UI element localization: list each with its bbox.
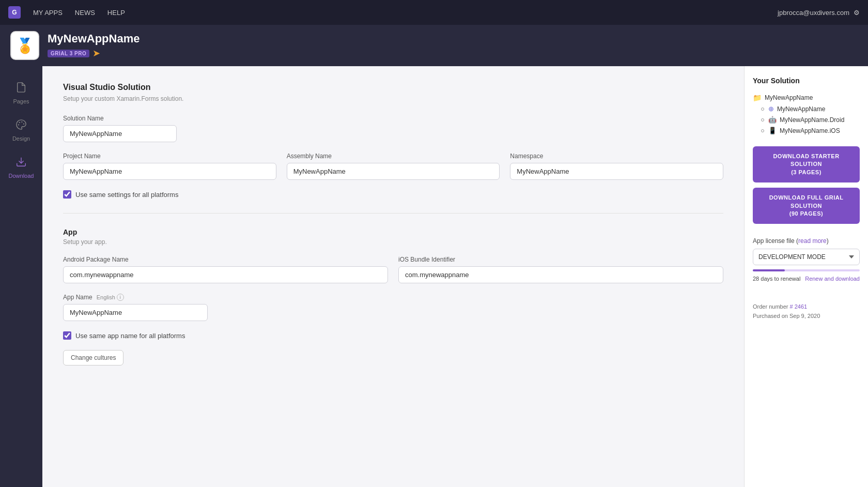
- download-starter-line1: DOWNLOAD STARTER SOLUTION: [773, 153, 839, 167]
- solution-panel-title: Your Solution: [753, 77, 860, 85]
- app-subtitle: GRIAL 3 PRO ➤: [48, 48, 100, 59]
- pages-icon: [16, 82, 27, 96]
- license-mode-select[interactable]: DEVELOPMENT MODE: [753, 249, 860, 265]
- divider-1: [63, 213, 723, 214]
- app-name-group: App Name English i: [63, 294, 208, 321]
- svg-point-2: [19, 122, 20, 123]
- nav-my-apps[interactable]: MY APPS: [33, 9, 63, 17]
- license-label-text: App license file: [753, 237, 795, 245]
- android-package-label: Android Package Name: [63, 256, 388, 263]
- app-section: App Setup your app. Android Package Name…: [63, 228, 723, 366]
- project-name-label: Project Name: [63, 153, 276, 160]
- tree-child-name-2: MyNewAppName.Droid: [780, 116, 844, 124]
- order-number-link[interactable]: # 2461: [790, 303, 808, 310]
- right-panel: Your Solution 📁 MyNewAppName ⊕ MyNewAppN…: [744, 66, 868, 487]
- tree-child-2: 🤖 MyNewAppName.Droid: [761, 114, 860, 125]
- svg-point-3: [19, 125, 19, 125]
- tree-child-name-3: MyNewAppName.iOS: [780, 127, 840, 134]
- solution-tree: 📁 MyNewAppName ⊕ MyNewAppName 🤖 MyNewApp…: [753, 92, 860, 136]
- nav-news[interactable]: NEWS: [75, 9, 95, 17]
- app-section-title: App: [63, 228, 723, 236]
- download-full-button[interactable]: DOWNLOAD FULL GRIAL SOLUTION (90 PAGES): [753, 188, 860, 224]
- namespace-input[interactable]: [510, 163, 723, 180]
- download-full-line1: DOWNLOAD FULL GRIAL SOLUTION: [769, 194, 844, 208]
- tree-child-1: ⊕ MyNewAppName: [761, 103, 860, 114]
- download-starter-button[interactable]: DOWNLOAD STARTER SOLUTION (3 PAGES): [753, 146, 860, 182]
- same-settings-label: Use same settings for all platforms: [75, 191, 178, 199]
- sidebar-item-design[interactable]: Design: [3, 114, 39, 147]
- solution-name-input[interactable]: [63, 125, 177, 142]
- ios-bundle-group: iOS Bundle Identifier: [398, 256, 723, 283]
- child-icon-3: 📱: [768, 127, 777, 134]
- license-progress: [753, 269, 860, 271]
- app-header: 🏅 MyNewAppName GRIAL 3 PRO ➤: [0, 25, 868, 66]
- tree-child-name-1: MyNewAppName: [777, 105, 825, 113]
- download-full-line2: (90 PAGES): [789, 210, 823, 217]
- tree-dot-3: [761, 129, 764, 132]
- same-app-name-label: Use same app name for all platforms: [75, 332, 185, 340]
- sidebar-design-label: Design: [12, 135, 30, 142]
- order-info: Order number # 2461 Purchased on Sep 9, …: [753, 302, 860, 321]
- child-icon-1: ⊕: [768, 105, 774, 113]
- design-icon: [16, 119, 27, 133]
- vs-section-title: Visual Studio Solution: [63, 83, 723, 92]
- solution-name-label: Solution Name: [63, 115, 723, 122]
- project-row: Project Name Assembly Name Namespace: [63, 153, 723, 180]
- license-read-more-link[interactable]: read more: [798, 237, 827, 245]
- app-title-block: MyNewAppName GRIAL 3 PRO ➤: [48, 32, 140, 59]
- tree-children: ⊕ MyNewAppName 🤖 MyNewAppName.Droid 📱 My…: [753, 103, 860, 136]
- info-icon[interactable]: i: [117, 294, 124, 301]
- same-settings-row: Use same settings for all platforms: [63, 190, 723, 199]
- license-label: App license file (read more): [753, 237, 860, 245]
- app-section-desc: Setup your app.: [63, 238, 723, 246]
- renew-download-link[interactable]: Renew and download: [805, 276, 860, 282]
- nav-links: MY APPS NEWS HELP: [33, 9, 125, 17]
- same-app-name-checkbox[interactable]: [63, 331, 71, 340]
- same-settings-checkbox[interactable]: [63, 190, 71, 199]
- child-icon-2: 🤖: [768, 116, 777, 124]
- tree-dot-1: [761, 108, 764, 111]
- download-starter-line2: (3 PAGES): [791, 169, 822, 175]
- sidebar-download-label: Download: [9, 173, 34, 179]
- nav-help[interactable]: HELP: [107, 9, 125, 17]
- assembly-name-group: Assembly Name: [287, 153, 500, 180]
- tree-root-name: MyNewAppName: [765, 94, 813, 101]
- tree-root: 📁 MyNewAppName: [753, 92, 860, 103]
- tree-dot-2: [761, 118, 764, 121]
- grial-badge: GRIAL 3 PRO: [48, 50, 89, 57]
- solution-name-group: Solution Name: [63, 115, 723, 142]
- arrow-indicator: ➤: [92, 48, 100, 59]
- project-name-group: Project Name: [63, 153, 276, 180]
- vs-section: Visual Studio Solution Setup your custom…: [63, 83, 723, 199]
- sidebar: Pages Design Dow: [0, 66, 42, 487]
- svg-point-1: [24, 124, 24, 124]
- license-section: App license file (read more) DEVELOPMENT…: [753, 237, 860, 282]
- android-package-input[interactable]: [63, 266, 388, 283]
- lang-badge: English i: [97, 294, 124, 301]
- change-cultures-button[interactable]: Change cultures: [63, 350, 123, 366]
- sidebar-item-pages[interactable]: Pages: [3, 77, 39, 110]
- folder-icon: 📁: [753, 94, 762, 102]
- svg-point-0: [22, 122, 22, 123]
- app-logo[interactable]: G: [8, 6, 21, 19]
- same-app-name-row: Use same app name for all platforms: [63, 331, 723, 340]
- project-name-input[interactable]: [63, 163, 276, 180]
- settings-icon[interactable]: ⚙: [854, 9, 860, 17]
- app-name-label: App Name: [63, 294, 92, 301]
- tree-child-3: 📱 MyNewAppName.iOS: [761, 125, 860, 136]
- app-name: MyNewAppName: [48, 32, 140, 45]
- ios-bundle-input[interactable]: [398, 266, 723, 283]
- user-info: jpbrocca@uxdivers.com ⚙: [778, 9, 860, 17]
- namespace-label: Namespace: [510, 153, 723, 160]
- download-icon: [16, 156, 27, 171]
- assembly-name-label: Assembly Name: [287, 153, 500, 160]
- sidebar-item-download[interactable]: Download: [3, 151, 39, 184]
- app-name-input[interactable]: [63, 304, 208, 321]
- bundle-row: Android Package Name iOS Bundle Identifi…: [63, 256, 723, 283]
- top-nav: G MY APPS NEWS HELP jpbrocca@uxdivers.co…: [0, 0, 868, 25]
- main-layout: Pages Design Dow: [0, 66, 868, 487]
- lang-text: English: [97, 294, 115, 300]
- assembly-name-input[interactable]: [287, 163, 500, 180]
- sidebar-pages-label: Pages: [13, 98, 29, 104]
- content-area: Visual Studio Solution Setup your custom…: [42, 66, 744, 487]
